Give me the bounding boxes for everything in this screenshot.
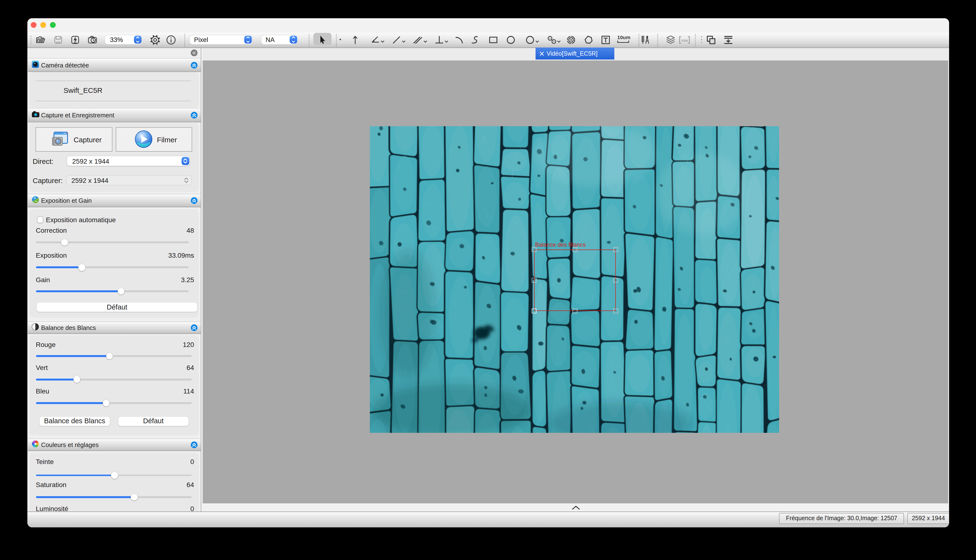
svg-text:csv: csv xyxy=(681,38,688,43)
svg-text:10um: 10um xyxy=(617,34,630,40)
svg-text:NA: NA xyxy=(266,36,274,43)
svg-text:Pixel: Pixel xyxy=(194,36,208,43)
svg-text:33%: 33% xyxy=(110,36,123,43)
